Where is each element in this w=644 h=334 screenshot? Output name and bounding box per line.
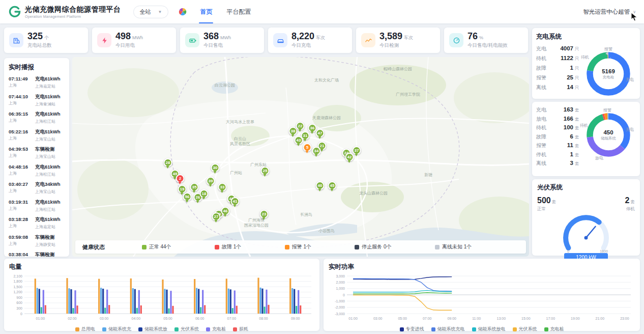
broadcast-item[interactable]: 04:39:53 上海 车辆检测 上海宝山站	[9, 146, 65, 159]
broadcast-item[interactable]: 03:38:04 上海 车辆检测 上海嘉定站	[9, 252, 65, 257]
pv-system-card: 光伏系统 500套 正常 2套 停机 01800 1200 kW	[532, 179, 640, 256]
broadcast-event: 充电61kWh	[35, 199, 61, 206]
station-marker[interactable]: 25	[261, 166, 270, 175]
pv-normal-stat: 500套 正常	[537, 196, 556, 212]
station-marker[interactable]: 23	[260, 210, 269, 218]
station-marker[interactable]: 28	[164, 158, 172, 167]
health-legend-item[interactable]: 停止服务 0个	[355, 243, 391, 250]
broadcast-item[interactable]: 03:19:31 上海 充电61kWh 上海松江站	[9, 199, 65, 212]
charging-system-card: 充电系统 充电4007只待机1122只故障1只报警25只离线14只 5169 充…	[532, 28, 640, 99]
station-marker[interactable]: 56	[183, 192, 192, 201]
map-place-label: 天鹿湖森林公园	[312, 116, 341, 121]
broadcast-item[interactable]: 07:11:49 上海 充电61kWh 上海嘉定站	[9, 76, 65, 89]
chart-legend-item[interactable]: 专变进线	[400, 326, 424, 332]
map-canvas[interactable]	[72, 57, 529, 257]
broadcast-region: 上海	[9, 188, 32, 193]
station-marker[interactable]: 37	[353, 146, 361, 155]
charge-icon	[273, 33, 287, 47]
status-color-swatch	[355, 245, 359, 249]
detect-icon	[361, 33, 375, 47]
chart-legend-item[interactable]: 储能系统放	[138, 326, 167, 332]
map-place-label: 新塘	[424, 173, 432, 178]
broadcast-item[interactable]: 07:44:10 上海 充电51kWh 上海青浦站	[9, 94, 65, 107]
broadcast-item[interactable]: 06:35:15 上海 充电61kWh 上海松江站	[9, 111, 65, 124]
main-tabs: 首页 平台配置	[193, 0, 258, 23]
health-legend-item[interactable]: 报警 1个	[285, 243, 311, 250]
svg-text:17:00: 17:00	[546, 317, 555, 320]
broadcast-event: 充电51kWh	[35, 94, 61, 100]
charging-system-title: 充电系统	[536, 33, 636, 41]
station-marker[interactable]: 45	[328, 181, 337, 190]
kpi-card: 3,589车次 今日检测	[356, 27, 440, 53]
storage-system-stats: 充电163套放电166套待机100套故障6套报警11套停机1套离线3套	[536, 106, 581, 169]
broadcast-event: 车辆检测	[35, 146, 55, 153]
station-marker[interactable]: 35	[190, 183, 199, 191]
pv-standby-stat: 2套 停机	[625, 196, 635, 212]
station-marker[interactable]: 18	[200, 189, 209, 198]
app-header: 光储充微网综合能源管理平台 Operation Management Platf…	[0, 0, 644, 23]
health-legend-item[interactable]: 故障 1个	[215, 243, 241, 250]
station-marker[interactable]: 22	[296, 122, 305, 130]
tab-home[interactable]: 首页	[193, 0, 219, 23]
station-marker[interactable]: 43	[295, 136, 303, 145]
health-legend-item[interactable]: 离线未知 1个	[435, 243, 472, 250]
chart-legend-item[interactable]: 总用电	[75, 326, 95, 332]
station-marker[interactable]: 2	[176, 174, 185, 183]
broadcast-station: 上海宝山站	[35, 154, 55, 159]
broadcast-item[interactable]: 03:18:28 上海 充电51kWh 上海嘉定站	[9, 216, 65, 230]
kpi-label: 充电站总数	[27, 42, 52, 49]
system-stat-row: 离线14只	[536, 84, 581, 94]
station-marker[interactable]: 42	[345, 153, 354, 161]
system-stat-row: 放电166套	[536, 116, 581, 125]
station-marker[interactable]: 27	[212, 212, 221, 221]
station-marker[interactable]: 47	[316, 129, 325, 137]
chart-legend-item[interactable]: 损耗	[233, 326, 248, 332]
kpi-label: 今日用电	[115, 42, 143, 49]
svg-text:07:00: 07:00	[227, 317, 237, 320]
station-marker[interactable]: 39	[207, 177, 215, 185]
chart-legend-item[interactable]: 光伏系统	[513, 326, 537, 332]
charging-system-stats: 充电4007只待机1122只故障1只报警25只离线14只	[536, 45, 581, 100]
station-marker[interactable]: 30	[211, 163, 220, 172]
chart-legend-item[interactable]: 储能系统充	[102, 326, 131, 332]
status-color-swatch	[435, 245, 440, 249]
station-marker[interactable]: 5	[303, 143, 312, 152]
map-place-label: 长洲岛	[300, 212, 312, 217]
broadcast-time: 03:18:28	[9, 216, 32, 222]
broadcast-item[interactable]: 03:40:27 上海 充电34kWh 上海宝山站	[9, 181, 65, 194]
station-marker[interactable]: 19	[178, 185, 187, 193]
app-title: 光储充微网综合能源管理平台	[25, 5, 121, 14]
broadcast-item[interactable]: 05:22:16 上海 充电51kWh 上海宝山站	[9, 129, 65, 142]
broadcast-time: 04:39:53	[9, 146, 32, 152]
station-marker[interactable]: 46	[221, 207, 230, 215]
svg-text:23:00: 23:00	[620, 317, 629, 320]
chart-legend-item[interactable]: 充电桩	[206, 326, 226, 332]
system-stat-row: 待机100套	[536, 124, 581, 133]
station-select[interactable]: 全站 ▼	[133, 6, 169, 18]
system-stat-row: 离线3套	[536, 160, 581, 169]
map-panel[interactable]: 太和文化广场帽峰山森林公园广州理工学院白云湖公园大河马水上世界天鹿湖森林公园白云…	[72, 57, 529, 257]
user-menu[interactable]: 智光运营中心超管 ∨	[583, 8, 636, 16]
tab-platform-config[interactable]: 平台配置	[219, 0, 258, 23]
svg-text:05:00: 05:00	[163, 317, 172, 320]
map-place-label: 太和文化广场	[314, 78, 339, 83]
chart-legend-item[interactable]: 储能系统充电	[431, 326, 465, 332]
broadcast-item[interactable]: 04:48:16 上海 充电61kWh 上海松江站	[9, 164, 65, 177]
station-marker[interactable]: 34	[312, 147, 321, 155]
broadcast-time: 07:44:10	[9, 94, 32, 99]
broadcast-title: 实时播报	[9, 63, 65, 72]
donut-label: 放电	[595, 155, 603, 161]
station-marker[interactable]: 33	[218, 183, 227, 191]
app-subtitle: Operation Management Platform	[25, 15, 121, 18]
broadcast-list[interactable]: 07:11:49 上海 充电61kWh 上海嘉定站07:44:10 上海 充电5…	[9, 76, 65, 257]
broadcast-item[interactable]: 03:59:08 上海 车辆检测 上海静安站	[9, 234, 65, 247]
chart-legend-item[interactable]: 储能系统放电	[472, 326, 506, 332]
broadcast-time: 04:48:16	[9, 164, 32, 170]
health-legend-item[interactable]: 正常 44个	[142, 243, 171, 250]
station-marker[interactable]: 36	[308, 124, 317, 132]
chart-legend-item[interactable]: 光伏系统	[174, 326, 199, 332]
svg-text:0: 0	[567, 249, 569, 253]
station-marker[interactable]: 40	[316, 181, 325, 190]
station-marker[interactable]: 41	[231, 197, 240, 206]
chart-legend-item[interactable]: 充电桩	[544, 326, 564, 332]
